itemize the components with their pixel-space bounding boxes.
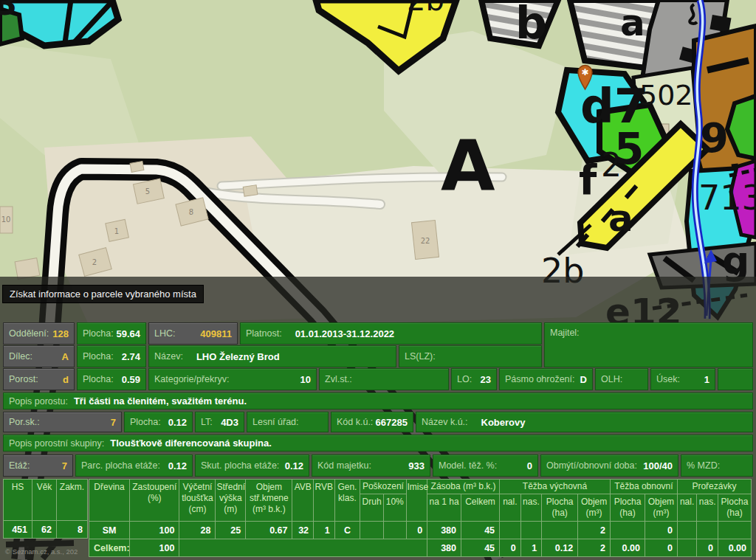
- cell-plocha-1: [542, 522, 578, 539]
- stand-table-left: HS Věk Zakm. 451 62 8: [3, 479, 88, 539]
- cell-hs: 451: [4, 521, 32, 539]
- forest-map-app: 5 8 1 2 22 10: [0, 0, 756, 560]
- cell-total-nal-2: [677, 539, 697, 557]
- stand-table-main: Dřevina Zastoupení (%) Výčetní tloušťka …: [89, 479, 752, 557]
- field-kategorie: Kategorie/překryv:10: [148, 368, 317, 390]
- field-model-tez: Model. těž. %:0: [433, 454, 538, 477]
- key-lhc[interactable]: LHC:409811: [148, 322, 238, 345]
- cell-na1ha: 380: [427, 522, 461, 539]
- key-etaz[interactable]: Etáž:7: [3, 454, 73, 477]
- group-header-poskozeni: Poškození: [360, 480, 406, 494]
- col-header-stredni-vyska: Střední výška (m): [216, 480, 246, 522]
- col-header-objem-2: Objem (m³): [645, 494, 677, 522]
- cell-plocha-3: [718, 522, 751, 539]
- svg-text:✱: ✱: [581, 67, 588, 77]
- cell-total-nal-1: 0: [500, 539, 521, 557]
- cell-nal-2: [677, 522, 697, 539]
- key-oddeleni[interactable]: Oddělení:128: [3, 322, 75, 345]
- cell-gen-klas: C: [334, 522, 360, 539]
- key-dilec[interactable]: Dílec:A: [3, 345, 75, 367]
- building-number: 10: [1, 215, 11, 224]
- col-header-nas-1: nas.: [520, 494, 542, 522]
- field-zvlst: Zvl.st.:: [319, 368, 449, 390]
- field-platnost: Platnost:01.01.2013-31.12.2022: [240, 322, 542, 345]
- field-nazev-ku: Název k.ú.:Koberovy: [416, 412, 753, 432]
- map-label-parcel-502: 502: [639, 79, 693, 111]
- cell-zasoba-celkem: 45: [461, 522, 500, 539]
- col-header-nal-1: nal.: [500, 494, 521, 522]
- map-label-stand-a-big: A: [441, 125, 495, 207]
- cell-total-na1ha: 380: [427, 539, 461, 557]
- group-header-tezba-obnovni: Těžba obnovní: [611, 480, 678, 494]
- col-header-objem-1: Objem (m³): [578, 494, 611, 522]
- building-number: 22: [421, 237, 430, 245]
- field-lo: LO:23: [451, 368, 497, 390]
- field-plocha-oddeleni: Plocha:59.64: [77, 322, 146, 345]
- group-header-zasoba: Zásoba (m³ b.k.): [427, 480, 500, 494]
- col-header-avb: AVB: [292, 480, 314, 522]
- map-label-stand-f: f: [579, 156, 597, 204]
- col-header-objem-kmene: Objem stř.kmene (m³ b.k.): [246, 480, 292, 522]
- map-label-parcel-713: 713: [698, 178, 756, 218]
- col-header-vek: Věk: [32, 480, 57, 521]
- field-usek: Úsek:1: [650, 368, 715, 390]
- cell-total-objem-1: 2: [578, 539, 611, 557]
- field-value: 128: [52, 328, 69, 339]
- field-popis-skupiny: Popis porostní skupiny:Tloušťkově difere…: [3, 435, 753, 452]
- col-header-nal-2: nal.: [677, 494, 697, 522]
- col-header-nas-2: nas.: [697, 494, 718, 522]
- map-label-stand-b: b: [515, 0, 547, 49]
- key-porost[interactable]: Porost:d: [3, 368, 75, 390]
- cell-plocha-2: [611, 522, 645, 539]
- col-header-plocha-2: Plocha (ha): [611, 494, 645, 522]
- cell-zakm: 8: [57, 521, 88, 539]
- empty-cell: [718, 368, 753, 390]
- map-label-stand-a-strip: a: [608, 197, 633, 240]
- info-tooltip: Získat informace o parcele vybraného mís…: [2, 285, 204, 303]
- cell-total-label: Celkem:: [89, 539, 130, 557]
- field-kod-majetku: Kód majetku:933: [312, 454, 430, 477]
- col-header-druh: Druh: [360, 494, 384, 522]
- map-label-stand-f-index: 2: [601, 146, 622, 184]
- cell-rvb: 1: [314, 522, 335, 539]
- map-label-stand-g: g: [722, 238, 749, 283]
- cell-avb: 32: [292, 522, 314, 539]
- field-olh: OLH:: [595, 368, 648, 390]
- field-plocha-porsk: Plocha:0.12: [124, 412, 193, 432]
- cell-total-plocha-1: 0.12: [542, 539, 578, 557]
- cell-imise: 0: [406, 522, 427, 539]
- table-row-total: Celkem: 100 380 45 0 1 0.12 2 0.00 0 0 0…: [89, 539, 752, 557]
- cell-nas-2: [697, 522, 718, 539]
- field-obmyti: Obmýtí/obnovní doba:100/40: [540, 454, 678, 477]
- col-header-hs: HS: [4, 480, 32, 521]
- cell-nas-1: [520, 522, 542, 539]
- field-skut-plocha-etaze: Skut. plocha etáže:0.12: [195, 454, 309, 477]
- cell-vycetni: 28: [179, 522, 216, 539]
- field-popis-porostu: Popis porostu:Tři části na členitém, sva…: [3, 393, 753, 409]
- map-label-stand-3: 3: [0, 0, 17, 22]
- field-mzd: % MZD:: [681, 454, 753, 477]
- map-label-stand-a-hatch: a: [620, 1, 645, 44]
- col-header-plocha-3: Plocha (ha): [718, 494, 751, 522]
- col-header-imise: Imise: [406, 480, 427, 522]
- col-header-zakm: Zakm.: [57, 480, 88, 521]
- col-header-rvb: RVB: [314, 480, 335, 522]
- map-label-stand-2b-top: 2b: [407, 0, 444, 17]
- cell-objem-kmene: 0.67: [246, 522, 292, 539]
- key-porsk[interactable]: Por.sk.:7: [3, 412, 122, 432]
- col-header-zasoba-celkem: Celkem: [461, 494, 500, 522]
- cell-vek: 62: [32, 521, 57, 539]
- cell-druh: [360, 522, 384, 539]
- cell-nal-1: [500, 522, 521, 539]
- field-nazev: Název:LHO Železný Brod: [148, 345, 396, 367]
- col-header-vycetni-tloustka: Výčetní tloušťka (cm): [179, 480, 216, 522]
- col-header-zastoupeni: Zastoupení (%): [130, 480, 179, 522]
- field-pasmo-ohrozeni: Pásmo ohrožení:D: [499, 368, 593, 390]
- cell-total-zastoupeni: 100: [130, 539, 179, 557]
- cell-objem-2: 0: [645, 522, 677, 539]
- cell-total-plocha-2: 0.00: [611, 539, 645, 557]
- cell-stredni: 25: [216, 522, 246, 539]
- cell-10pct: [383, 522, 406, 539]
- table-row: 451 62 8: [4, 521, 88, 539]
- map-label-stand-9: 9: [700, 114, 729, 162]
